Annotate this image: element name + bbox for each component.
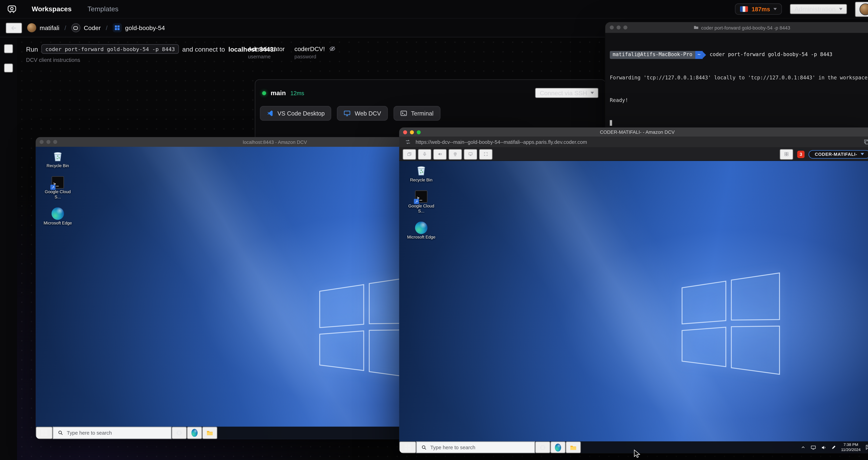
breadcrumb-user[interactable]: matifali	[27, 23, 59, 32]
taskbar-file-explorer-button[interactable]	[202, 427, 217, 439]
start-button[interactable]	[399, 441, 416, 453]
password-value: coderDCV!	[294, 45, 325, 52]
edge-icon	[555, 443, 561, 451]
google-cloud-sdk-shortcut[interactable]: >_ ↗ Google Cloud S...	[39, 176, 76, 200]
terminal-button[interactable]: Terminal	[394, 106, 440, 121]
history-icon[interactable]	[4, 63, 13, 73]
edge-icon	[52, 207, 64, 220]
coder-logo-icon[interactable]	[6, 3, 18, 15]
tab-workspaces[interactable]: Workspaces	[32, 5, 72, 13]
username-label: username	[248, 54, 285, 60]
pen-icon[interactable]	[831, 445, 836, 450]
screens-grid-icon[interactable]	[780, 149, 793, 160]
taskbar-edge-button[interactable]	[550, 441, 566, 453]
breadcrumb-separator: /	[64, 24, 66, 31]
file-explorer-icon	[207, 429, 213, 436]
taskbar-search-input[interactable]: Type here to search	[53, 427, 172, 439]
agent-name: main	[271, 89, 286, 96]
windows-hero-logo	[675, 269, 785, 379]
recycle-bin-glyph	[52, 150, 64, 163]
recycle-bin-icon[interactable]: Recycle Bin	[403, 164, 440, 183]
dcv-client-instructions-link[interactable]: DCV client instructions	[26, 57, 80, 63]
tray-expand-icon[interactable]	[801, 445, 806, 450]
microsoft-edge-shortcut[interactable]: Microsoft Edge	[403, 221, 440, 240]
connect-via-ssh-label: Connect via SSH	[540, 89, 587, 96]
search-placeholder: Type here to search	[67, 430, 112, 436]
latency-indicator[interactable]: 187ms	[735, 3, 782, 15]
microsoft-edge-shortcut[interactable]: Microsoft Edge	[39, 207, 76, 226]
folder-icon	[694, 25, 699, 30]
browser-url-bar[interactable]: https://web-dcv--main--gold-booby-54--ma…	[399, 137, 868, 148]
edge-icon	[415, 221, 428, 234]
screen: Workspaces Templates 187ms Administratio…	[0, 0, 868, 460]
windows-desktop[interactable]: Recycle Bin >_ ↗ Google Cloud S... Micro…	[399, 161, 868, 453]
window-controls[interactable]	[403, 130, 421, 134]
volume-icon[interactable]	[821, 444, 827, 450]
breadcrumb-org[interactable]: Coder	[71, 23, 101, 32]
speaker-icon[interactable]	[433, 149, 447, 160]
copy-icon[interactable]	[864, 139, 868, 145]
task-view-button[interactable]	[172, 427, 187, 439]
dcv-front-titlebar[interactable]: CODER-MATIFALI- - Amazon DCV	[399, 127, 868, 137]
vscode-desktop-label: VS Code Desktop	[277, 110, 324, 117]
coder-org-icon	[71, 23, 81, 32]
display-icon[interactable]	[464, 149, 477, 160]
tab-templates[interactable]: Templates	[88, 5, 118, 13]
back-button[interactable]	[6, 22, 22, 33]
breadcrumb-workspace-label: gold-booby-54	[125, 24, 165, 31]
wallpaper-beams	[399, 161, 868, 453]
clock-time: 7:38 PM	[843, 442, 858, 447]
network-icon[interactable]	[810, 444, 817, 450]
webcam-icon[interactable]	[448, 149, 462, 160]
terminal-line: Ready!	[610, 97, 868, 105]
start-button[interactable]	[36, 427, 53, 439]
windows-cascade-icon[interactable]	[403, 149, 416, 160]
connect-text: and connect to	[182, 46, 225, 53]
tools-icon[interactable]	[4, 44, 13, 53]
taskbar-clock[interactable]: 7:38 PM 11/20/2024	[841, 442, 861, 452]
recycle-bin-icon[interactable]: Recycle Bin	[39, 150, 76, 169]
prompt-path: ~	[695, 51, 703, 59]
web-dcv-button[interactable]: Web DCV	[337, 106, 388, 121]
recycle-bin-glyph	[415, 164, 428, 177]
vscode-desktop-button[interactable]: VS Code Desktop	[260, 106, 332, 121]
icon-label: Google Cloud S...	[42, 190, 73, 200]
fullscreen-icon[interactable]	[479, 149, 493, 160]
shortcut-arrow-icon: ↗	[50, 185, 55, 190]
user-avatar-menu[interactable]	[855, 1, 868, 17]
username-value: Administrator	[248, 45, 285, 52]
window-controls[interactable]	[39, 140, 57, 144]
google-cloud-sdk-shortcut[interactable]: >_ ↗ Google Cloud S...	[403, 190, 440, 214]
task-view-icon	[539, 444, 546, 451]
microphone-icon[interactable]	[418, 149, 431, 160]
clock-date: 11/20/2024	[841, 447, 861, 452]
notification-badge[interactable]: 3	[797, 150, 804, 158]
user-avatar-icon	[27, 23, 36, 32]
console-icon: >_ ↗	[415, 190, 428, 203]
terminal-titlebar[interactable]: coder port-forward gold-booby-54 -p 8443	[606, 22, 868, 33]
terminal-icon	[400, 110, 407, 117]
eye-off-icon[interactable]	[329, 45, 336, 52]
password-label: password	[294, 54, 336, 60]
breadcrumb-workspace[interactable]: gold-booby-54	[113, 23, 165, 32]
taskbar-search-input[interactable]: Type here to search	[416, 441, 535, 453]
taskbar-edge-button[interactable]	[187, 427, 202, 439]
action-center-icon[interactable]	[865, 444, 868, 451]
chevron-down-icon	[591, 92, 594, 94]
connect-via-ssh-button[interactable]: Connect via SSH	[535, 88, 598, 98]
administration-menu[interactable]: Administration	[790, 4, 847, 14]
task-view-button[interactable]	[535, 441, 550, 453]
dcv-front-title: CODER-MATIFALI- - Amazon DCV	[600, 129, 675, 135]
session-menu-button[interactable]: CODER-MATIFALI-	[808, 150, 868, 159]
task-view-icon	[176, 429, 182, 436]
taskbar-file-explorer-button[interactable]	[566, 441, 581, 453]
search-icon	[58, 430, 64, 436]
url-text: https://web-dcv--main--gold-booby-54--ma…	[415, 139, 587, 145]
site-connection-icon	[405, 139, 411, 145]
port-forward-command: coder port-forward gold-booby-54 -p 8443	[41, 44, 179, 54]
dcv-back-title: localhost:8443 - Amazon DCV	[243, 139, 307, 145]
icon-label: Recycle Bin	[410, 178, 432, 183]
window-controls[interactable]	[610, 26, 627, 30]
edge-icon	[191, 429, 197, 437]
chevron-down-icon	[861, 153, 864, 155]
